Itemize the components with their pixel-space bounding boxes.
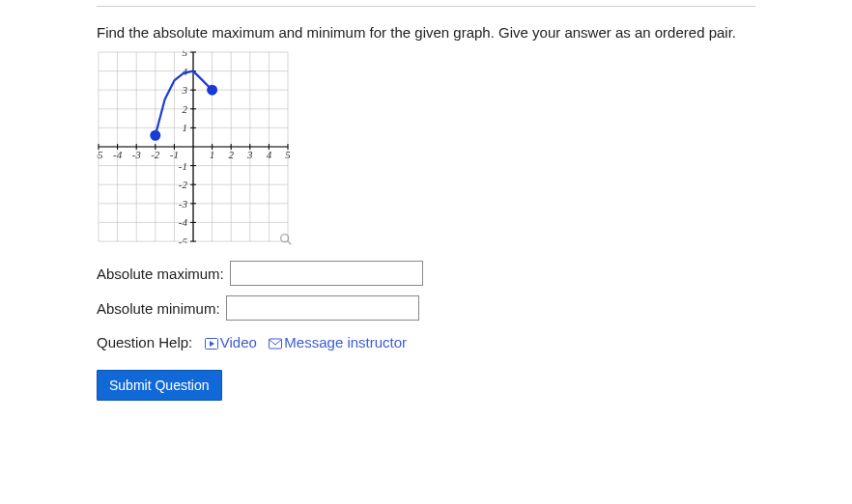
svg-line-67 bbox=[287, 240, 291, 244]
video-link[interactable]: Video bbox=[205, 334, 261, 350]
question-help-label: Question Help: bbox=[97, 334, 192, 350]
chart-svg: -5-4-3-2-112345-5-4-3-2-112345 bbox=[97, 50, 290, 243]
message-instructor-text: Message instructor bbox=[284, 334, 407, 350]
svg-text:-4: -4 bbox=[179, 216, 188, 228]
magnify-icon[interactable] bbox=[278, 232, 294, 247]
video-link-text: Video bbox=[220, 334, 257, 350]
svg-marker-69 bbox=[210, 341, 214, 347]
absolute-max-label: Absolute maximum: bbox=[97, 266, 224, 282]
svg-text:4: 4 bbox=[183, 66, 188, 77]
svg-text:1: 1 bbox=[183, 122, 188, 133]
video-icon bbox=[205, 336, 218, 352]
question-prompt: Find the absolute maximum and minimum fo… bbox=[97, 24, 833, 41]
svg-text:1: 1 bbox=[210, 149, 215, 160]
svg-text:-2: -2 bbox=[151, 149, 160, 160]
svg-point-64 bbox=[151, 131, 159, 140]
svg-text:-4: -4 bbox=[113, 149, 123, 160]
submit-button[interactable]: Submit Question bbox=[97, 370, 222, 401]
absolute-min-label: Absolute minimum: bbox=[97, 300, 220, 317]
svg-text:-5: -5 bbox=[97, 149, 103, 160]
absolute-min-row: Absolute minimum: bbox=[97, 295, 833, 321]
svg-point-65 bbox=[208, 86, 216, 95]
svg-text:5: 5 bbox=[285, 149, 290, 160]
svg-text:-3: -3 bbox=[179, 198, 188, 210]
absolute-min-input[interactable] bbox=[226, 295, 419, 321]
svg-text:-1: -1 bbox=[170, 149, 179, 160]
svg-text:-5: -5 bbox=[179, 236, 188, 243]
svg-text:-3: -3 bbox=[132, 149, 142, 160]
svg-text:5: 5 bbox=[183, 50, 188, 58]
envelope-icon bbox=[269, 336, 282, 352]
svg-text:4: 4 bbox=[267, 149, 272, 160]
absolute-max-input[interactable] bbox=[230, 261, 423, 286]
svg-text:2: 2 bbox=[183, 103, 188, 115]
question-help: Question Help: Video Message instructor bbox=[97, 334, 833, 352]
absolute-max-row: Absolute maximum: bbox=[97, 261, 833, 286]
message-instructor-link[interactable]: Message instructor bbox=[269, 334, 407, 350]
svg-text:-2: -2 bbox=[179, 179, 188, 190]
svg-text:3: 3 bbox=[182, 84, 188, 96]
svg-text:-1: -1 bbox=[179, 160, 187, 172]
svg-text:3: 3 bbox=[246, 149, 253, 160]
question-body: Find the absolute maximum and minimum fo… bbox=[97, 24, 833, 401]
graph: -5-4-3-2-112345-5-4-3-2-112345 bbox=[97, 50, 290, 243]
divider bbox=[97, 6, 755, 7]
svg-text:2: 2 bbox=[228, 149, 234, 160]
